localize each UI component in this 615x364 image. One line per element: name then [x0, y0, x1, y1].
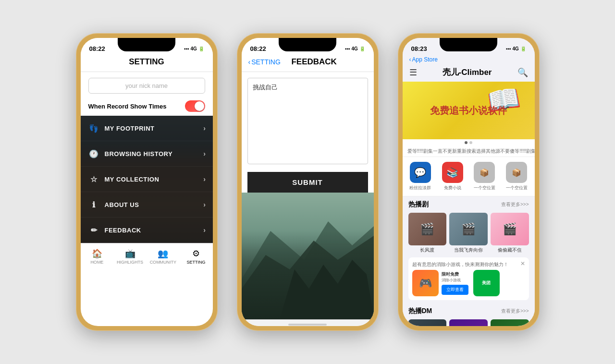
ad-game-icon: 🎮 [412, 270, 439, 296]
drama-item-2[interactable]: 🎬 当我飞奔向你 [449, 213, 488, 254]
slot2-label: 一个空位置 [506, 185, 528, 191]
feedback-header: ‹ SETTING FEEDBACK [242, 55, 374, 72]
drama-label-3: 偷偷藏不住 [491, 247, 529, 254]
feedback-title: FEEDBACK [281, 57, 348, 67]
notch-3 [440, 38, 497, 51]
drama-item-1[interactable]: 🎬 长风渡 [408, 213, 447, 254]
back-chevron-3: ‹ [409, 56, 411, 63]
status-icons-2: ▪▪▪ 4G 🔋 [345, 46, 365, 51]
svg-marker-3 [280, 260, 374, 317]
dm-thumb-1: ⚔ [408, 319, 447, 326]
hot-dm-row: ⚔ 斗罗大陆 👑 神印王座 🐉 斗罗大陆2绝世 [403, 317, 535, 326]
svg-marker-1 [242, 221, 374, 317]
app-icon-slot2: 📦 一个空位置 [502, 162, 532, 191]
menu-item-feedback[interactable]: ✏ FEEDBACK › [81, 218, 213, 243]
svg-rect-0 [242, 193, 374, 317]
arrow-icon-4: › [203, 201, 206, 208]
app-title: 壳儿-Climber [417, 67, 517, 78]
menu-item-collection[interactable]: ☆ MY COLLECTION › [81, 167, 213, 192]
app-icon-slot1: 📦 一个空位置 [469, 162, 500, 191]
menu-label-about: ABOUT US [105, 201, 204, 208]
fans-icon: 💬 [410, 162, 431, 183]
about-icon: ℹ [87, 198, 101, 211]
app-banner: 📖 免费追书小说软件 [403, 82, 535, 139]
hamburger-icon[interactable]: ☰ [409, 67, 417, 78]
ad-close-icon[interactable]: ✕ [520, 260, 525, 267]
dm-thumb-3: 🐉 [491, 319, 529, 326]
menu-item-history[interactable]: 🕐 BROWSING HISTORY › [81, 141, 213, 167]
drama-label-1: 长风渡 [408, 247, 447, 254]
dot-1 [465, 141, 467, 144]
feedback-icon: ✏ [87, 223, 101, 237]
app-icons-row: 💬 粉丝拉淡群 📚 免费小说 📦 一个空位置 📦 一个空位置 [403, 157, 535, 196]
menu-label-footprint: MY FOOTPRINT [105, 125, 204, 132]
menu-label-feedback: FEEDBACK [105, 227, 204, 234]
dm-item-1[interactable]: ⚔ 斗罗大陆 [408, 319, 447, 326]
collection-icon: ☆ [87, 172, 101, 186]
drama-thumb-2: 🎬 [449, 213, 488, 245]
history-icon: 🕐 [87, 147, 101, 160]
dot-2 [469, 141, 472, 144]
feedback-background [242, 193, 374, 319]
dm-item-2[interactable]: 👑 神印王座 [449, 319, 488, 326]
arrow-icon-5: › [203, 226, 206, 234]
nav-community[interactable]: 👥 COMMUNITY [147, 246, 180, 267]
footprint-icon: 👣 [87, 121, 101, 135]
ad-cta-button[interactable]: 立即查看 [442, 285, 468, 295]
hot-drama-title: 热播剧 [408, 200, 429, 209]
app-icon-fans[interactable]: 💬 粉丝拉淡群 [406, 162, 436, 191]
notch-2 [279, 38, 336, 51]
slot1-label: 一个空位置 [474, 185, 495, 191]
hot-dm-title: 热播DM [408, 307, 432, 315]
drama-label-2: 当我飞奔向你 [449, 247, 488, 254]
status-time-2: 08:22 [250, 45, 266, 52]
slot2-icon: 📦 [506, 162, 527, 183]
back-button[interactable]: ‹ SETTING [248, 58, 281, 66]
menu-label-history: BROWSING HISTORY [105, 150, 204, 158]
app-header: ☰ 壳儿-Climber 🔍 [403, 67, 535, 82]
app-store-label: App Store [412, 56, 438, 63]
arrow-icon-2: › [203, 150, 206, 158]
app-nav: ‹ App Store [403, 55, 535, 67]
status-time-1: 08:22 [89, 45, 105, 52]
slot1-icon: 📦 [474, 162, 495, 183]
fans-label: 粉丝拉淡群 [409, 185, 431, 191]
feedback-textarea[interactable]: 挑战自己 [247, 78, 368, 164]
app-store-back[interactable]: ‹ App Store [409, 56, 438, 63]
phone-app: 08:23 ▪▪▪ 4G 🔋 ‹ App Store ☰ 壳儿-Climber … [398, 33, 540, 331]
menu-item-footprint[interactable]: 👣 MY FOOTPRINT › [81, 116, 213, 141]
ad-banner: ✕ 超有意思的消除小游戏，快来测测你的魅力！ 🎮 限时免费 消除小游戏 立即查看… [408, 257, 529, 300]
nav-highlights[interactable]: 📺 HIGHLIGHTS [113, 246, 147, 267]
meituan-icon[interactable]: 美团 [473, 270, 500, 296]
phone-feedback: 08:22 ▪▪▪ 4G 🔋 ‹ SETTING FEEDBACK 挑战自己 S… [237, 33, 379, 331]
nav-home[interactable]: 🏠 HOME [81, 246, 114, 267]
nav-setting[interactable]: ⚙ SETTING [180, 246, 213, 267]
back-chevron: ‹ [248, 58, 251, 66]
status-time-3: 08:23 [411, 45, 427, 52]
setting-title: SETTING [81, 55, 213, 72]
ad-text: 超有意思的消除小游戏，快来测测你的魅力！ [412, 261, 508, 268]
feedback-textarea-area: 挑战自己 [242, 72, 374, 172]
status-icons-1: ▪▪▪ 4G 🔋 [184, 46, 204, 51]
arrow-icon: › [203, 124, 206, 132]
status-icons-3: ▪▪▪ 4G 🔋 [506, 46, 526, 51]
arrow-icon-3: › [203, 175, 206, 183]
record-toggle-row: When Record Show Times [81, 97, 213, 116]
bottom-nav: 🏠 HOME 📺 HIGHLIGHTS 👥 COMMUNITY ⚙ SETTIN… [81, 243, 213, 268]
menu-label-collection: MY COLLECTION [105, 176, 204, 183]
nickname-input[interactable]: your nick name [88, 78, 205, 94]
submit-button[interactable]: SUBMIT [247, 172, 368, 193]
hot-drama-more[interactable]: 查看更多>>> [501, 201, 529, 208]
drama-thumb-1: 🎬 [408, 213, 447, 245]
record-toggle-label: When Record Show Times [88, 103, 167, 110]
search-icon[interactable]: 🔍 [517, 67, 528, 78]
notch [118, 38, 175, 51]
drama-item-3[interactable]: 🎬 偷偷藏不住 [491, 213, 529, 254]
dm-item-3[interactable]: 🐉 斗罗大陆2绝世 [491, 319, 529, 326]
app-icon-novel[interactable]: 📚 免费小说 [437, 162, 467, 191]
record-toggle[interactable] [185, 100, 205, 112]
hot-dm-more[interactable]: 查看更多>>> [501, 308, 529, 315]
banner-dots [403, 139, 535, 146]
menu-item-about[interactable]: ℹ ABOUT US › [81, 192, 213, 218]
phone-setting: 08:22 ▪▪▪ 4G 🔋 SETTING your nick name Wh… [76, 33, 218, 331]
